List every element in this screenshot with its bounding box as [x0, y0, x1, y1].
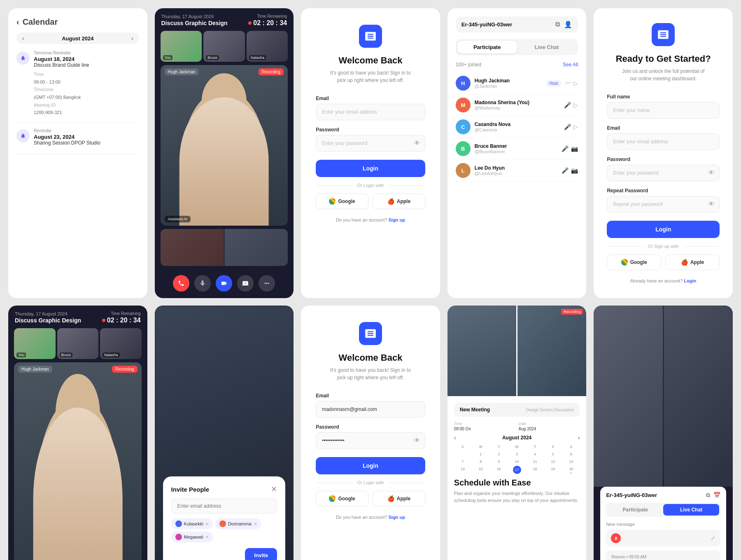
person-head: [202, 73, 246, 130]
eye-icon-reg[interactable]: 👁: [708, 169, 715, 177]
invite-modal: Invite People ✕ Kulasekki ✕ Donnamma ✕ M…: [163, 476, 286, 560]
lc-expand-icon[interactable]: ⤢: [711, 535, 715, 541]
sched-vid-right: Recording: [517, 306, 586, 396]
login-button[interactable]: Login: [316, 160, 425, 177]
eye-icon-filled[interactable]: 👁: [414, 437, 420, 444]
tag-label-1: Kulasekki: [184, 521, 203, 526]
thumb-you: You: [161, 31, 202, 62]
sched-item-2: Date Aug 2024: [519, 422, 580, 431]
lc-calendar-icon[interactable]: 📅: [713, 492, 720, 499]
thumb-label-bruce: Bruce: [206, 55, 219, 60]
main-person-view: [161, 65, 288, 226]
vgb-right: [225, 229, 288, 266]
share-icon[interactable]: 👤: [564, 21, 572, 28]
avatar-hugh: H: [456, 76, 471, 91]
thumb-natasha: Natasha: [247, 31, 288, 62]
back-icon[interactable]: ‹: [16, 17, 19, 27]
password-input[interactable]: [316, 135, 425, 152]
mini-person-name: Hugh Jackman: [18, 366, 52, 373]
camera-btn[interactable]: [216, 275, 232, 292]
register-login-btn[interactable]: Login: [607, 221, 720, 238]
participant-1-info: Hugh Jackman @Jackman: [475, 78, 542, 89]
email-input-filled[interactable]: [316, 401, 425, 418]
lc-vid-right: [664, 306, 733, 487]
room-code-bar: Er-345-yuiNG-03wer ⧉ 👤: [456, 16, 578, 33]
schedule-title: Schedule with Ease: [454, 478, 580, 488]
tab-participate[interactable]: Participate: [457, 41, 517, 54]
google-login-btn[interactable]: Google: [316, 194, 368, 209]
lc-message-input[interactable]: A ⤢: [606, 530, 720, 546]
fullname-input[interactable]: [607, 102, 720, 119]
recording-badge: Recording: [259, 68, 284, 75]
host-badge: Host: [546, 80, 562, 86]
login-btn-filled[interactable]: Login: [316, 457, 425, 474]
invite-submit-btn[interactable]: Invite: [245, 548, 277, 560]
repeat-password-input[interactable]: [607, 196, 720, 212]
participant-row-5: L Lee Do Hyun @LeedoHyun 🎤 📷: [456, 160, 578, 182]
reg-email-label: Email: [607, 125, 720, 131]
password-input-filled[interactable]: [316, 432, 425, 449]
participant-row-1: H Hugh Jackman @Jackman Host 〰 ▷: [456, 72, 578, 94]
lc-tab-live-chat[interactable]: Live Chat: [663, 504, 719, 516]
tag-remove-3[interactable]: ✕: [205, 535, 209, 539]
lc-room-icons: ⧉ 📅: [706, 492, 720, 499]
tag-remove-2[interactable]: ✕: [254, 522, 257, 526]
camera-icon-5: 📷: [571, 167, 578, 174]
lc-copy-icon[interactable]: ⧉: [706, 492, 710, 499]
apple-login-btn[interactable]: 🍎 Apple: [373, 194, 425, 209]
mini-video-main: Hugh Jackman Recording: [14, 362, 142, 560]
eye-icon[interactable]: 👁: [414, 140, 420, 147]
reminder-item-1: Tomorrow Reminder August 18, 2024 Discus…: [16, 51, 139, 123]
reg-subtitle: Join us and unlock the full potential of…: [618, 68, 708, 82]
video-controls: [155, 270, 294, 298]
participant-2-name: Madonna Sherina (You): [475, 100, 560, 105]
reg-footer-text: Already have an account?: [630, 278, 683, 283]
participant-2-actions: 🎤 ▷: [564, 102, 578, 108]
signup-link-filled[interactable]: Sign up: [389, 515, 405, 520]
mini-timer-dot: [102, 319, 105, 322]
mini-thumb-bruce: Bruce: [57, 328, 99, 359]
sched-video-area: Record Recording: [447, 306, 587, 396]
app-logo: [359, 25, 382, 48]
prev-month-btn[interactable]: ‹: [22, 35, 24, 42]
see-all-link[interactable]: See All: [563, 62, 578, 68]
next-month-btn[interactable]: ›: [131, 35, 133, 42]
apple-reg-btn[interactable]: 🍎 Apple: [665, 254, 720, 270]
signup-link[interactable]: Sign up: [389, 217, 405, 222]
password-wrap: 👁: [316, 135, 425, 152]
login-link[interactable]: Login: [684, 278, 696, 283]
screen-share-btn[interactable]: [237, 275, 254, 292]
invite-email-input[interactable]: [171, 499, 277, 513]
video-header: Thursday, 17 August 2024 Discuss Graphic…: [155, 8, 294, 31]
tab-live-chat[interactable]: Live Chat: [517, 41, 577, 54]
email-input[interactable]: [316, 104, 425, 120]
eye-icon-repeat[interactable]: 👁: [708, 201, 715, 208]
timer-display: 02 : 20 : 34: [248, 19, 287, 27]
participant-2-info: Madonna Sherina (You) @Madonnas: [475, 100, 560, 110]
participant-1-name: Hugh Jackman: [475, 78, 542, 84]
tag-remove-1[interactable]: ✕: [205, 522, 209, 526]
password-label-filled: Password: [316, 424, 425, 430]
lc-tab-participate[interactable]: Participate: [607, 504, 663, 516]
google-icon-reg: [621, 259, 628, 266]
apple-btn-filled[interactable]: 🍎 Apple: [373, 491, 425, 506]
reg-footer: Already have an account? Login: [630, 278, 696, 283]
google-btn-filled[interactable]: Google: [316, 491, 368, 506]
sched-badge-2: Recording: [561, 309, 583, 315]
participant-5-info: Lee Do Hyun @LeedoHyun: [475, 165, 558, 176]
reg-email-input[interactable]: [607, 133, 720, 150]
more-options-btn[interactable]: [259, 275, 275, 292]
participant-4-handle: @Brucebanner: [475, 149, 558, 154]
google-reg-btn[interactable]: Google: [607, 254, 661, 270]
close-icon[interactable]: ✕: [271, 485, 277, 494]
card-schedule: Record Recording New Meeting Design Scre…: [447, 306, 587, 560]
mic-icon-5: 🎤: [562, 167, 569, 174]
mic-mute-btn[interactable]: [194, 275, 211, 292]
participant-4-info: Bruce Banner @Brucebanner: [475, 143, 558, 154]
reg-password-input[interactable]: [607, 165, 720, 181]
repeat-label: Repeat Password: [607, 188, 720, 194]
reminder-1-title: Discuss Brand Guide line: [34, 62, 89, 68]
hangup-btn[interactable]: [173, 275, 189, 292]
copy-icon[interactable]: ⧉: [555, 21, 560, 28]
login-filled-subtitle: It's good to have you back! Sign in to p…: [325, 366, 416, 381]
